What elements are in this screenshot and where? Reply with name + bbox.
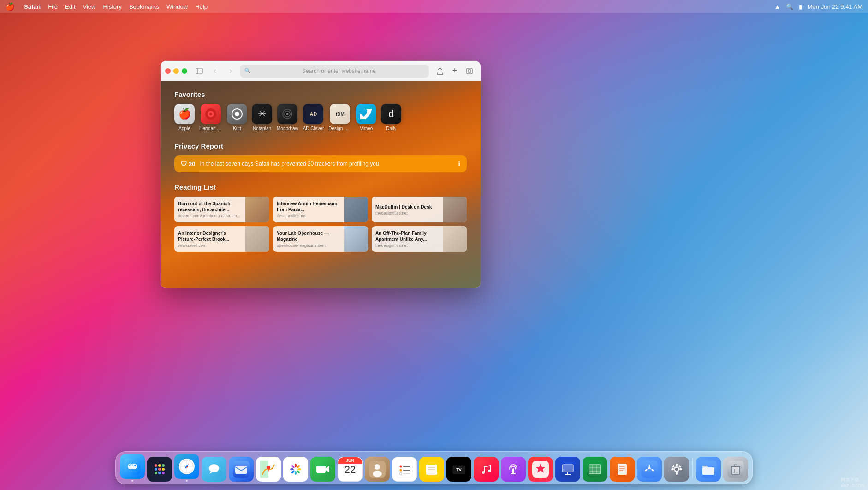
dock-contacts[interactable] [365, 457, 390, 482]
favorite-monodraw-icon [277, 104, 297, 124]
window-controls [165, 68, 187, 74]
dock-notes[interactable] [419, 457, 444, 482]
favorite-vimeo[interactable]: Vimeo [356, 104, 376, 131]
new-tab-button[interactable]: + [448, 65, 461, 78]
dock-safari[interactable] [174, 454, 199, 482]
svg-rect-110 [732, 466, 739, 475]
dock-files[interactable] [696, 457, 721, 482]
dock-pages[interactable] [610, 457, 635, 482]
favorite-ad-clever[interactable]: AD AD Clever [303, 104, 324, 131]
close-button[interactable] [165, 68, 171, 74]
trash-icon [723, 457, 748, 482]
privacy-info-icon[interactable]: ℹ [458, 160, 460, 167]
address-bar-placeholder: Search or enter website name [254, 68, 424, 74]
privacy-report-section: Privacy Report 🛡 20 In the last seven da… [174, 142, 467, 172]
finder-dot [131, 480, 133, 482]
menubar-window[interactable]: Window [166, 3, 188, 10]
dock-numbers[interactable] [583, 457, 607, 482]
reading-item-2-url: designmilk.com [277, 214, 340, 218]
podcasts-icon [501, 457, 526, 482]
menubar-safari[interactable]: Safari [24, 3, 41, 10]
reading-item-5[interactable]: Your Lab Openhouse — Magazine openhouse-… [273, 226, 368, 252]
messages-icon [202, 457, 226, 482]
dock-tv[interactable]: TV [446, 457, 471, 482]
finder-icon [120, 454, 145, 479]
svg-rect-101 [676, 464, 678, 466]
privacy-banner[interactable]: 🛡 20 In the last seven days Safari has p… [174, 155, 467, 172]
calendar-day: 22 [345, 464, 356, 475]
minimize-button[interactable] [173, 68, 179, 74]
reading-list-title: Reading List [174, 183, 467, 191]
privacy-report-title: Privacy Report [174, 142, 467, 150]
dock-photos[interactable] [283, 457, 308, 482]
menubar-bookmarks[interactable]: Bookmarks [129, 3, 159, 10]
svg-point-21 [158, 468, 161, 471]
svg-point-55 [375, 464, 380, 470]
dock-mail[interactable] [229, 457, 254, 482]
menubar-view[interactable]: View [83, 3, 96, 10]
dock-messages[interactable] [202, 457, 226, 482]
favorite-kutt-label: Kutt [233, 126, 241, 131]
dock-divider [692, 458, 693, 478]
menubar-file[interactable]: File [48, 3, 58, 10]
dock-calendar[interactable]: JUN 22 [338, 457, 363, 482]
forward-button[interactable]: › [224, 65, 237, 78]
dock-music[interactable] [474, 457, 499, 482]
reading-item-4-thumb [245, 226, 269, 252]
svg-point-20 [155, 468, 157, 471]
dock-keynote[interactable] [555, 457, 580, 482]
menubar-edit[interactable]: Edit [65, 3, 75, 10]
favorite-dm-label: Design Museum [328, 126, 351, 131]
dock-appstore[interactable] [637, 457, 662, 482]
favorite-monodraw[interactable]: Monodraw [277, 104, 298, 131]
favorite-ad-icon: AD [303, 104, 323, 124]
system-prefs-icon [664, 457, 689, 482]
reading-item-1[interactable]: Born out of the Spanish recession, the a… [174, 197, 269, 222]
reading-item-4[interactable]: An Interior Designer's Picture-Perfect B… [174, 226, 269, 252]
reading-item-3-thumb [443, 197, 467, 222]
share-button[interactable] [434, 65, 446, 78]
reading-item-6[interactable]: An Off-The-Plan Family Apartment Unlike … [372, 226, 467, 252]
favorite-design-museum[interactable]: tDM Design Museum [328, 104, 351, 131]
favorite-herman-miller[interactable]: Herman Miller [199, 104, 222, 131]
dock-maps[interactable] [256, 457, 281, 482]
privacy-message: In the last seven days Safari has preven… [200, 161, 453, 167]
privacy-count: 🛡 20 [181, 161, 195, 167]
dock-news[interactable] [528, 457, 553, 482]
sidebar-toggle-button[interactable] [193, 65, 206, 78]
favorite-daily[interactable]: d Daily [381, 104, 401, 131]
svg-point-60 [400, 469, 402, 472]
reading-item-2[interactable]: Interview Armin Heinemann from Paula... … [273, 197, 368, 222]
maximize-button[interactable] [182, 68, 187, 74]
dock-launchpad[interactable] [147, 457, 172, 482]
svg-rect-103 [671, 468, 674, 470]
dock-finder[interactable] [120, 454, 145, 482]
back-button[interactable]: ‹ [208, 65, 221, 78]
svg-point-100 [675, 468, 678, 471]
dock-system-prefs[interactable] [664, 457, 689, 482]
dock-podcasts[interactable] [501, 457, 526, 482]
favorite-notaplan[interactable]: ✳ Notaplan [252, 104, 272, 131]
reading-item-3[interactable]: MacDuffin | Desk on Desk thedesignfiles.… [372, 197, 467, 222]
address-bar[interactable]: 🔍 Search or enter website name [240, 65, 429, 78]
favorite-apple[interactable]: 🍎 Apple [174, 104, 195, 131]
browser-content: Favorites 🍎 Apple [161, 81, 481, 288]
reading-item-4-title: An Interior Designer's Picture-Perfect B… [178, 230, 242, 242]
search-icon[interactable]: 🔍 [786, 3, 793, 10]
menubar-help[interactable]: Help [195, 3, 208, 10]
dock-trash[interactable] [723, 457, 748, 482]
menubar-history[interactable]: History [103, 3, 121, 10]
toolbar-right: + [434, 65, 476, 78]
reading-item-1-thumb [245, 197, 269, 222]
svg-rect-72 [478, 461, 494, 478]
dock-reminders[interactable] [392, 457, 417, 482]
extension-button[interactable] [463, 65, 476, 78]
svg-rect-42 [287, 461, 304, 478]
svg-point-17 [155, 464, 157, 467]
svg-rect-2 [467, 68, 472, 74]
reading-item-5-url: openhouse-magazine.com [277, 243, 340, 248]
favorite-kutt[interactable]: Kutt [227, 104, 247, 131]
favorite-daily-icon: d [381, 104, 401, 124]
dock-facetime[interactable] [310, 457, 335, 482]
apple-menu[interactable]: 🍎 [6, 2, 15, 11]
